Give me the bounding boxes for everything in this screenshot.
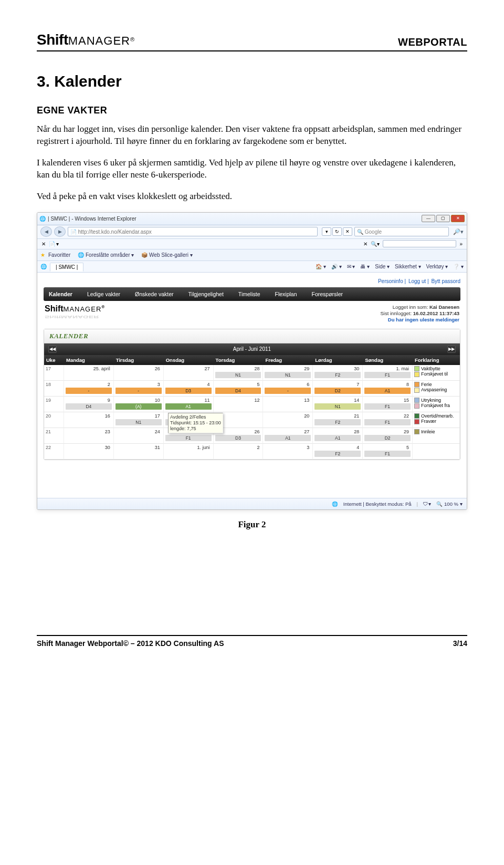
zoom-control[interactable]: 🔍 100 % ▾: [436, 501, 463, 507]
calendar-day[interactable]: 5D4: [214, 381, 264, 397]
search-field[interactable]: 🔍 Google: [354, 227, 449, 236]
calendar-day[interactable]: 16: [64, 412, 114, 428]
calendar-day[interactable]: 2: [214, 444, 264, 460]
calendar-day[interactable]: 23: [64, 428, 114, 444]
ie-feeds-button[interactable]: 🔊 ▾: [331, 264, 342, 269]
menu-onskede-vakter[interactable]: Ønskede vakter: [133, 291, 176, 297]
calendar-day[interactable]: 21F2: [313, 412, 363, 428]
window-maximize-button[interactable]: ▢: [436, 215, 450, 222]
prev-period-button[interactable]: ◀◀: [48, 346, 57, 353]
menu-ledige-vakter[interactable]: Ledige vakter: [85, 291, 122, 297]
shift-chip[interactable]: N1: [265, 372, 311, 378]
shift-chip[interactable]: A1: [364, 388, 411, 394]
shift-chip[interactable]: F2: [314, 372, 361, 378]
shift-chip[interactable]: F2: [314, 419, 361, 425]
next-period-button[interactable]: ▶▶: [447, 346, 456, 353]
calendar-day[interactable]: 28N1: [214, 365, 264, 381]
window-minimize-button[interactable]: —: [422, 215, 435, 222]
calendar-day[interactable]: 30F2: [313, 365, 363, 381]
shift-chip[interactable]: A1: [165, 403, 212, 410]
shift-chip[interactable]: F1: [364, 372, 411, 378]
ie-page-menu[interactable]: Side ▾: [375, 264, 390, 269]
shift-chip[interactable]: -: [116, 388, 162, 394]
browser-tab[interactable]: | SMWC |: [50, 263, 83, 272]
calendar-day[interactable]: 29N1: [263, 365, 313, 381]
calendar-day[interactable]: 27A1: [263, 428, 313, 444]
menu-tilgjengelighet[interactable]: Tilgjengelighet: [186, 291, 226, 297]
shift-chip[interactable]: -: [66, 388, 112, 394]
calendar-day[interactable]: 27: [164, 365, 214, 381]
menu-kalender[interactable]: Kalender: [47, 291, 75, 297]
calendar-day[interactable]: 26: [114, 365, 164, 381]
shift-chip[interactable]: D2: [314, 388, 361, 394]
shift-chip[interactable]: D4: [215, 388, 261, 394]
calendar-day[interactable]: 30: [64, 444, 114, 460]
shift-chip[interactable]: N1: [314, 403, 361, 410]
menu-timeliste[interactable]: Timeliste: [236, 291, 262, 297]
favorites-label[interactable]: Favoritter: [48, 252, 70, 258]
calendar-day[interactable]: 6-: [263, 381, 313, 397]
shift-chip[interactable]: D3: [165, 388, 212, 394]
calendar-day[interactable]: 4D3: [164, 381, 214, 397]
forward-button[interactable]: ▶: [54, 226, 66, 237]
ie-help-button[interactable]: ❔ ▾: [453, 264, 464, 269]
link-loggut[interactable]: Logg ut: [408, 278, 426, 284]
shift-chip[interactable]: -: [265, 388, 311, 394]
shift-chip[interactable]: F1: [364, 419, 411, 425]
calendar-day[interactable]: 5F1: [363, 444, 413, 460]
menu-flexiplan[interactable]: Flexiplan: [272, 291, 299, 297]
calendar-day[interactable]: 7D2: [313, 381, 363, 397]
refresh-button[interactable]: ↻: [332, 227, 342, 236]
ie-mail-button[interactable]: ✉ ▾: [347, 264, 355, 269]
shift-chip[interactable]: F1: [165, 435, 212, 441]
calendar-day[interactable]: 2-: [64, 381, 114, 397]
shift-chip[interactable]: (A): [116, 403, 162, 410]
stop-button[interactable]: ✕: [343, 227, 352, 236]
calendar-day[interactable]: 8A1: [363, 381, 413, 397]
shift-chip[interactable]: D3: [215, 435, 261, 441]
calendar-day[interactable]: 20: [263, 412, 313, 428]
calendar-day[interactable]: 10(A): [114, 397, 164, 412]
back-button[interactable]: ◀: [40, 226, 52, 237]
calendar-day[interactable]: 1. maiF1: [363, 365, 413, 381]
shift-chip[interactable]: N1: [215, 372, 261, 378]
calendar-day[interactable]: 24: [114, 428, 164, 444]
window-close-button[interactable]: ✕: [451, 215, 465, 222]
calendar-day[interactable]: 4F2: [313, 444, 363, 460]
shift-chip[interactable]: F1: [364, 451, 411, 457]
calendar-day[interactable]: 12: [214, 397, 264, 412]
calendar-day[interactable]: 3: [263, 444, 313, 460]
favorites-star-icon[interactable]: ★: [40, 252, 45, 258]
menu-foresporsler[interactable]: Forespørsler: [310, 291, 345, 297]
shift-chip[interactable]: D4: [66, 403, 112, 410]
unread-messages-link[interactable]: Du har ingen uleste meldinger: [380, 317, 459, 323]
calendar-day[interactable]: 17N1: [114, 412, 164, 428]
calendar-day[interactable]: 25. april: [64, 365, 114, 381]
calendar-day[interactable]: 14N1: [313, 397, 363, 412]
addon-search-field[interactable]: [383, 240, 456, 247]
close-pane-icon[interactable]: ✕: [363, 241, 368, 247]
shift-chip[interactable]: F1: [364, 403, 411, 410]
calendar-day[interactable]: 13: [263, 397, 313, 412]
shift-chip[interactable]: F2: [314, 451, 361, 457]
search-go-icon[interactable]: 🔎▾: [453, 228, 464, 235]
link-personinfo[interactable]: Personinfo: [378, 278, 403, 284]
calendar-day[interactable]: 29D2: [363, 428, 413, 444]
url-field[interactable]: 📄 http://test.kdo.no/Kalendar.aspx: [68, 227, 318, 236]
protected-mode-icon[interactable]: 🛡▾: [423, 501, 431, 507]
calendar-day[interactable]: 11A1: [164, 397, 214, 412]
calendar-day[interactable]: 3-: [114, 381, 164, 397]
shift-chip[interactable]: A1: [314, 435, 361, 441]
ie-safety-menu[interactable]: Sikkerhet ▾: [395, 264, 421, 269]
shift-chip[interactable]: D2: [364, 435, 411, 441]
go-button[interactable]: ▾: [322, 227, 331, 236]
calendar-day[interactable]: 31: [114, 444, 164, 460]
calendar-day[interactable]: 9D4: [64, 397, 114, 412]
calendar-day[interactable]: 1. juni: [164, 444, 214, 460]
shift-chip[interactable]: A1: [265, 435, 311, 441]
shift-chip[interactable]: N1: [116, 419, 162, 425]
calendar-day[interactable]: 15F1: [363, 397, 413, 412]
ie-home-button[interactable]: 🏠 ▾: [316, 264, 326, 269]
close-addon-icon[interactable]: ✕: [41, 241, 46, 247]
calendar-day[interactable]: 22F1: [363, 412, 413, 428]
